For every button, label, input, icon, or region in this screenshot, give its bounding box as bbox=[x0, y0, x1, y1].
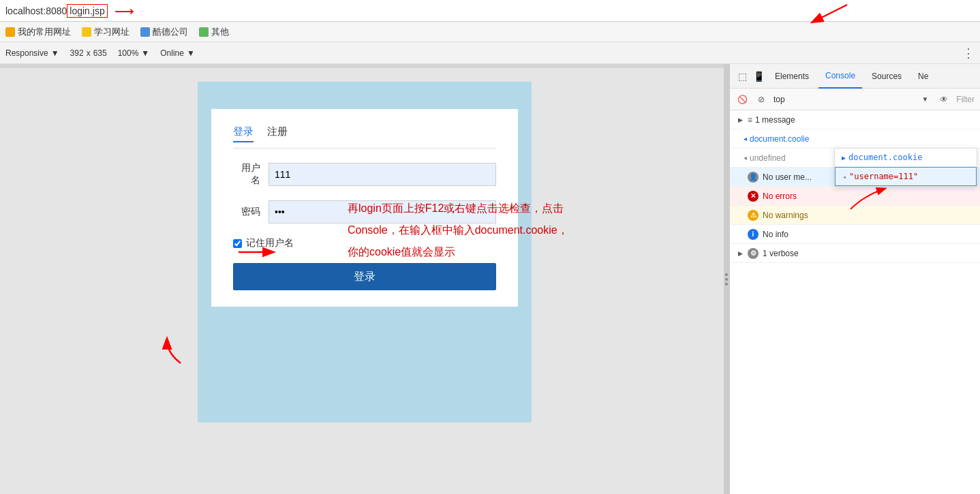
online-label: Online bbox=[160, 48, 184, 58]
errors-text: No errors bbox=[763, 191, 975, 201]
address-url-base: localhost:8080 bbox=[5, 5, 67, 16]
responsive-dropdown-icon: ▼ bbox=[51, 48, 59, 58]
address-right-arrow: ⟶ bbox=[114, 3, 134, 19]
bookmark-learning[interactable]: 学习网址 bbox=[82, 26, 129, 38]
warning-icon: ⚠ bbox=[748, 210, 759, 221]
info-text: No info bbox=[763, 230, 975, 239]
expand-errors-icon bbox=[735, 191, 745, 201]
bookmark-label-1: 我的常用网址 bbox=[18, 26, 71, 38]
inspect-icon[interactable]: ⬚ bbox=[735, 70, 749, 83]
tab-register[interactable]: 注册 bbox=[267, 125, 288, 142]
output-prefix-icon: ◂ bbox=[744, 135, 747, 142]
filter-label: Filter bbox=[956, 95, 975, 104]
login-button[interactable]: 登录 bbox=[233, 263, 496, 290]
expand-verbose-icon: ▶ bbox=[735, 249, 745, 258]
cookie-value-text: "username=111" bbox=[849, 172, 918, 181]
document-coolie-text: document.coolie bbox=[750, 134, 975, 144]
context-label: top bbox=[774, 95, 913, 104]
undefined-prefix-icon: ◂ bbox=[744, 154, 747, 161]
error-icon: ✕ bbox=[748, 191, 759, 202]
annotation-line2: Console，在输入框中输入document.cookie， bbox=[348, 224, 568, 236]
bookmark-icon-4 bbox=[199, 27, 209, 37]
console-row-errors[interactable]: ✕ No errors bbox=[730, 187, 980, 206]
cookie-popup-row-1[interactable]: ▶ document.cookie bbox=[835, 149, 977, 167]
devtools-subtoolbar: 🚫 ⊘ top ▼ 👁 Filter bbox=[730, 89, 980, 110]
warnings-text: No warnings bbox=[763, 211, 975, 220]
devtools-panel: ⬚ 📱 Elements Console Sources Ne 🚫 ⊘ top … bbox=[729, 64, 980, 494]
bookmark-icon-2 bbox=[82, 27, 91, 37]
messages-count-text: 1 message bbox=[755, 115, 975, 125]
width-value[interactable]: 392 bbox=[70, 48, 84, 58]
address-url-path[interactable]: login.jsp bbox=[67, 4, 107, 18]
dimension-display: 392 x 635 bbox=[70, 48, 107, 58]
popup-arrow-2: ◂ bbox=[842, 173, 846, 181]
toolbar-more-options[interactable]: ⋮ bbox=[962, 46, 975, 61]
tab-elements[interactable]: Elements bbox=[768, 64, 816, 89]
online-dropdown-icon: ▼ bbox=[187, 48, 195, 58]
dim-separator: x bbox=[87, 48, 91, 58]
context-dropdown-icon[interactable]: ▼ bbox=[918, 93, 932, 106]
page-wrapper: 登录 注册 用户名 密码 bbox=[0, 68, 729, 494]
tab-network[interactable]: Ne bbox=[911, 64, 935, 89]
bookmark-label-2: 学习网址 bbox=[94, 26, 129, 38]
annotation-line1: 再login页面上按F12或右键点击选检查，点击 bbox=[348, 202, 564, 214]
verbose-text: 1 verbose bbox=[763, 249, 975, 258]
cookie-popup-row-2[interactable]: ◂ "username=111" bbox=[835, 167, 977, 186]
cookie-command-text: document.cookie bbox=[848, 153, 922, 162]
bookmark-icon-1 bbox=[5, 27, 15, 37]
bookmark-other[interactable]: 其他 bbox=[199, 26, 229, 38]
divider-dot-1 bbox=[725, 273, 728, 276]
bookmark-my-sites[interactable]: 我的常用网址 bbox=[5, 26, 71, 38]
tab-login[interactable]: 登录 bbox=[233, 125, 254, 142]
devtools-responsive-toolbar: Responsive ▼ 392 x 635 100% ▼ Online ▼ ⋮ bbox=[0, 42, 980, 64]
list-icon: ≡ bbox=[748, 115, 752, 125]
password-label: 密码 bbox=[233, 206, 260, 218]
bookmark-kude[interactable]: 酷德公司 bbox=[140, 26, 188, 38]
eye-icon[interactable]: 👁 bbox=[937, 93, 951, 106]
address-bar: localhost:8080login.jsp ⟶ bbox=[0, 0, 980, 22]
username-row: 用户名 bbox=[233, 162, 496, 187]
console-content: ▶ ≡ 1 message ◂ document.coolie ◂ undefi… bbox=[730, 110, 980, 494]
user-icon: 👤 bbox=[748, 172, 759, 183]
expand-messages-icon: ▶ bbox=[735, 115, 745, 125]
verbose-icon: ⚙ bbox=[748, 248, 759, 259]
zoom-select[interactable]: 100% ▼ bbox=[118, 48, 150, 58]
responsive-select[interactable]: Responsive ▼ bbox=[5, 48, 59, 58]
page-divider[interactable] bbox=[724, 64, 729, 494]
popup-arrow-1: ▶ bbox=[842, 154, 846, 161]
divider-dots bbox=[725, 273, 728, 285]
console-row-warnings[interactable]: ⚠ No warnings bbox=[730, 206, 980, 225]
console-row-info[interactable]: i No info bbox=[730, 225, 980, 244]
login-tabs: 登录 注册 bbox=[233, 125, 496, 149]
zoom-dropdown-icon: ▼ bbox=[141, 48, 149, 58]
console-filter-icon[interactable]: ⊘ bbox=[754, 93, 768, 106]
expand-info-icon bbox=[735, 230, 745, 239]
expand-warnings-icon bbox=[735, 211, 745, 220]
bookmark-label-3: 酷德公司 bbox=[153, 26, 188, 38]
tab-sources[interactable]: Sources bbox=[865, 64, 908, 89]
zoom-label: 100% bbox=[118, 48, 139, 58]
console-row-document-coolie[interactable]: ◂ document.coolie bbox=[730, 129, 980, 149]
username-input[interactable] bbox=[269, 163, 496, 186]
expand-user-msg-icon bbox=[735, 172, 745, 182]
divider-dot-3 bbox=[725, 283, 728, 285]
console-row-messages[interactable]: ▶ ≡ 1 message bbox=[730, 110, 980, 129]
console-clear-icon[interactable]: 🚫 bbox=[735, 93, 749, 106]
bookmarks-bar: 我的常用网址 学习网址 酷德公司 其他 bbox=[0, 22, 980, 42]
height-value[interactable]: 635 bbox=[93, 48, 107, 58]
device-icon[interactable]: 📱 bbox=[752, 70, 765, 83]
bookmark-icon-3 bbox=[140, 27, 150, 37]
annotation-line3: 你的cookie值就会显示 bbox=[348, 246, 455, 258]
online-select[interactable]: Online ▼ bbox=[160, 48, 195, 58]
divider-dot-2 bbox=[725, 278, 728, 281]
annotation-text: 再login页面上按F12或右键点击选检查，点击 Console，在输入框中输入… bbox=[348, 198, 607, 263]
tab-console[interactable]: Console bbox=[818, 64, 862, 89]
remember-label: 记住用户名 bbox=[246, 237, 294, 249]
remember-checkbox[interactable] bbox=[233, 239, 242, 248]
console-row-verbose[interactable]: ▶ ⚙ 1 verbose bbox=[730, 244, 980, 263]
main-layout: 登录 注册 用户名 密码 bbox=[0, 64, 980, 494]
username-label: 用户名 bbox=[233, 162, 260, 187]
browser-content: 登录 注册 用户名 密码 bbox=[0, 64, 729, 494]
devtools-tabs: ⬚ 📱 Elements Console Sources Ne bbox=[730, 64, 980, 89]
bookmark-label-4: 其他 bbox=[211, 26, 229, 38]
